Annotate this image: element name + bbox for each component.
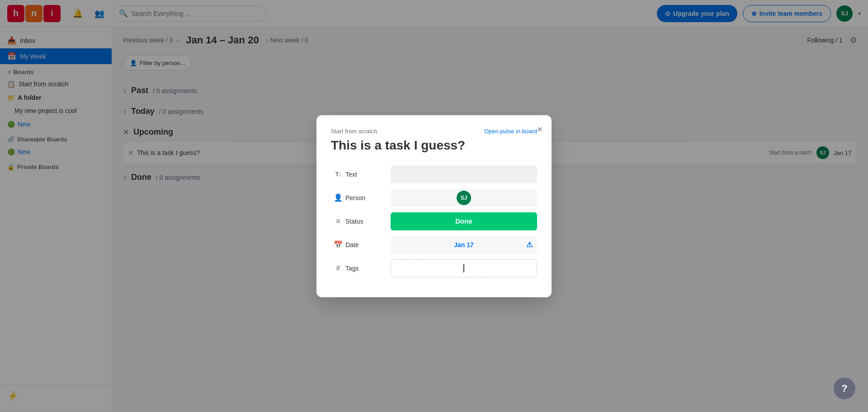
status-icon: ≡ bbox=[331, 217, 345, 225]
modal-breadcrumb: Start from scratch Open pulse in board bbox=[331, 128, 537, 135]
person-field-icon: 👤 bbox=[331, 193, 345, 202]
task-modal: Start from scratch Open pulse in board ×… bbox=[316, 115, 552, 297]
date-icon: 📅 bbox=[331, 240, 345, 249]
modal-title: This is a task I guess? bbox=[331, 138, 537, 153]
text-cursor bbox=[463, 264, 464, 272]
date-field-value[interactable]: Jan 17 ⚠ bbox=[391, 236, 537, 254]
modal-field-text: T↓ Text bbox=[331, 165, 537, 183]
modal-overlay[interactable]: Start from scratch Open pulse in board ×… bbox=[0, 0, 868, 412]
tags-icon: # bbox=[331, 264, 345, 272]
modal-field-person: 👤 Person SJ bbox=[331, 189, 537, 207]
text-icon: T↓ bbox=[331, 171, 345, 178]
status-field-value[interactable]: Done bbox=[391, 212, 537, 230]
help-button[interactable]: ? bbox=[834, 378, 855, 399]
person-field-value[interactable]: SJ bbox=[391, 189, 537, 207]
text-field-value[interactable] bbox=[391, 165, 537, 183]
tags-field-value[interactable] bbox=[391, 259, 537, 277]
person-avatar: SJ bbox=[457, 191, 471, 205]
modal-close-button[interactable]: × bbox=[537, 124, 542, 135]
open-pulse-link[interactable]: Open pulse in board bbox=[484, 128, 537, 135]
modal-field-status: ≡ Status Done bbox=[331, 212, 537, 230]
modal-field-tags: # Tags bbox=[331, 259, 537, 277]
modal-field-date: 📅 Date Jan 17 ⚠ bbox=[331, 236, 537, 254]
date-warning-icon: ⚠ bbox=[526, 240, 533, 249]
